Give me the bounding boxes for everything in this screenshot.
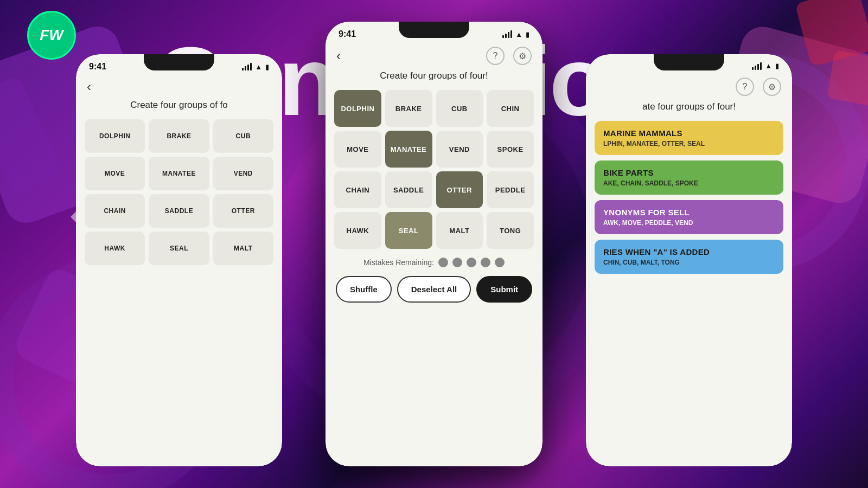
- left-tile-brake[interactable]: BRAKE: [149, 119, 209, 153]
- tile-move[interactable]: MOVE: [334, 131, 381, 168]
- deselect-button[interactable]: Deselect All: [397, 276, 471, 303]
- signal-bar-4: [250, 63, 252, 70]
- left-battery-icon: ▮: [265, 63, 269, 71]
- tile-chin[interactable]: CHIN: [487, 90, 534, 127]
- fw-logo: FW: [27, 11, 76, 60]
- tile-tong[interactable]: TONG: [487, 212, 534, 249]
- marine-mammals-words: LPHIN, MANATEE, OTTER, SEAL: [603, 140, 775, 147]
- shuffle-button[interactable]: Shuffle: [336, 276, 392, 303]
- synonyms-sell-title: YNONYMS FOR SELL: [603, 208, 775, 217]
- tile-cub[interactable]: CUB: [436, 90, 483, 127]
- left-back-button[interactable]: ‹: [87, 79, 91, 94]
- mistake-dot-2: [452, 258, 462, 267]
- left-tile-saddle[interactable]: SADDLE: [149, 194, 209, 228]
- mistakes-row: Mistakes Remaining:: [334, 258, 534, 267]
- cries-a-title: RIES WHEN "A" IS ADDED: [603, 247, 775, 256]
- center-time: 9:41: [339, 29, 356, 39]
- left-notch: [144, 54, 214, 70]
- tile-saddle[interactable]: SADDLE: [385, 171, 432, 208]
- right-wifi-icon: ▲: [765, 62, 772, 70]
- left-tile-hawk[interactable]: HAWK: [85, 232, 145, 265]
- tile-brake[interactable]: BRAKE: [385, 90, 432, 127]
- signal-bar-2: [245, 66, 246, 70]
- mistake-dot-1: [438, 258, 448, 267]
- right-status-icons: ▲ ▮: [752, 62, 779, 70]
- center-status-icons: ▲ ▮: [502, 30, 529, 38]
- synonyms-sell-words: AWK, MOVE, PEDDLE, VEND: [603, 219, 775, 227]
- fw-logo-text: FW: [40, 27, 63, 44]
- right-game-content: ate four groups of four! MARINE MAMMALS …: [586, 101, 792, 274]
- tile-hawk[interactable]: HAWK: [334, 212, 381, 249]
- center-game-title: Create four groups of four!: [334, 70, 534, 81]
- mistake-dot-4: [481, 258, 490, 267]
- left-wifi-icon: ▲: [255, 63, 262, 71]
- center-nav-icons: ? ⚙: [486, 47, 532, 65]
- left-tile-dolphin[interactable]: DOLPHIN: [85, 119, 145, 153]
- center-word-grid: DOLPHIN BRAKE CUB CHIN MOVE MANATEE VEND…: [334, 90, 534, 249]
- submit-button[interactable]: Submit: [476, 276, 532, 303]
- left-signal: [242, 63, 252, 70]
- right-battery-icon: ▮: [775, 62, 779, 70]
- center-game-content: Create four groups of four! DOLPHIN BRAK…: [326, 70, 542, 303]
- left-tile-vend[interactable]: VEND: [213, 157, 273, 190]
- phone-right: ▲ ▮ ? ⚙ ate four groups of four! MARINE …: [586, 54, 792, 466]
- center-signal-1: [502, 35, 504, 38]
- right-nav-bar: ? ⚙: [586, 74, 792, 101]
- tile-vend[interactable]: VEND: [436, 131, 483, 168]
- mistake-dot-3: [467, 258, 476, 267]
- center-wifi-icon: ▲: [515, 30, 522, 38]
- center-signal-3: [508, 32, 509, 38]
- signal-bar-3: [247, 65, 249, 70]
- right-settings-button[interactable]: ⚙: [763, 78, 781, 96]
- signal-bar-1: [242, 68, 244, 70]
- center-back-button[interactable]: ‹: [336, 48, 341, 63]
- right-nav-icons: ? ⚙: [736, 78, 781, 96]
- marine-mammals-title: MARINE MAMMALS: [603, 129, 775, 138]
- bike-parts-title: BIKE PARTS: [603, 168, 775, 177]
- left-tile-seal[interactable]: SEAL: [149, 232, 209, 265]
- tile-chain[interactable]: CHAIN: [334, 171, 381, 208]
- center-notch: [399, 22, 469, 38]
- tile-manatee[interactable]: MANATEE: [385, 131, 432, 168]
- center-signal-4: [510, 30, 512, 38]
- left-tile-manatee[interactable]: MANATEE: [149, 157, 209, 190]
- tile-peddle[interactable]: PEDDLE: [487, 171, 534, 208]
- tile-spoke[interactable]: SPOKE: [487, 131, 534, 168]
- left-nav-bar: ‹: [76, 76, 282, 100]
- center-signal: [502, 30, 512, 38]
- action-buttons: Shuffle Deselect All Submit: [334, 276, 534, 303]
- tile-otter[interactable]: OTTER: [436, 171, 483, 208]
- tile-malt[interactable]: MALT: [436, 212, 483, 249]
- left-time: 9:41: [89, 62, 106, 72]
- left-word-grid: DOLPHIN BRAKE CUB MOVE MANATEE VEND CHAI…: [85, 119, 273, 265]
- result-marine-mammals: MARINE MAMMALS LPHIN, MANATEE, OTTER, SE…: [595, 121, 783, 155]
- center-battery-icon: ▮: [526, 30, 529, 38]
- center-nav-bar: ‹ ? ⚙: [326, 43, 542, 70]
- phone-center: 9:41 ▲ ▮ ‹ ? ⚙ Create four groups of: [326, 22, 542, 466]
- right-notch: [654, 54, 724, 70]
- phone-left: 9:41 ▲ ▮ ‹ Create four groups of fo: [76, 54, 282, 466]
- left-tile-cub[interactable]: CUB: [213, 119, 273, 153]
- mistake-dot-5: [495, 258, 505, 267]
- left-tile-move[interactable]: MOVE: [85, 157, 145, 190]
- right-signal: [752, 62, 762, 70]
- left-tile-chain[interactable]: CHAIN: [85, 194, 145, 228]
- left-status-icons: ▲ ▮: [242, 63, 269, 71]
- left-tile-otter[interactable]: OTTER: [213, 194, 273, 228]
- settings-button[interactable]: ⚙: [513, 47, 532, 65]
- left-tile-malt[interactable]: MALT: [213, 232, 273, 265]
- left-game-content: Create four groups of fo DOLPHIN BRAKE C…: [76, 100, 282, 265]
- tile-seal[interactable]: SEAL: [385, 212, 432, 249]
- tile-dolphin[interactable]: DOLPHIN: [334, 90, 381, 127]
- mistakes-label: Mistakes Remaining:: [363, 258, 434, 267]
- right-game-title: ate four groups of four!: [595, 101, 783, 112]
- center-signal-2: [505, 34, 507, 38]
- right-phone-screen: ▲ ▮ ? ⚙ ate four groups of four! MARINE …: [586, 54, 792, 466]
- center-phone-screen: 9:41 ▲ ▮ ‹ ? ⚙ Create four groups of: [326, 22, 542, 466]
- cries-a-words: CHIN, CUB, MALT, TONG: [603, 259, 775, 266]
- result-synonyms-sell: YNONYMS FOR SELL AWK, MOVE, PEDDLE, VEND: [595, 200, 783, 234]
- help-button[interactable]: ?: [486, 47, 505, 65]
- left-game-title: Create four groups of fo: [85, 100, 273, 111]
- result-bike-parts: BIKE PARTS AKE, CHAIN, SADDLE, SPOKE: [595, 160, 783, 195]
- right-help-button[interactable]: ?: [736, 78, 754, 96]
